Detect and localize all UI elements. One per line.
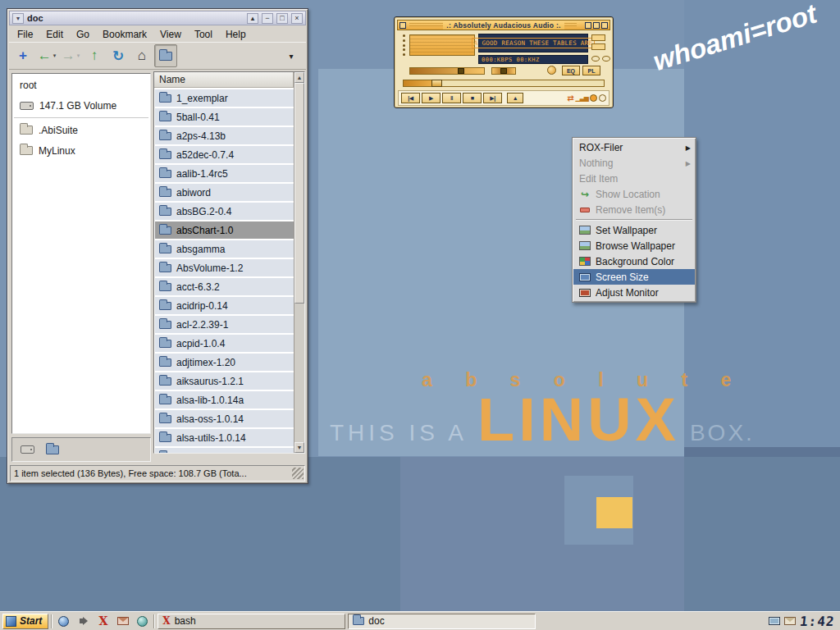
file-row[interactable]: alsa-lib-1.0.14a <box>155 391 294 409</box>
play-button[interactable]: ▶ <box>422 93 441 103</box>
position-slider[interactable] <box>403 80 605 87</box>
folder-icon[interactable] <box>46 445 59 454</box>
resize-grip[interactable] <box>292 468 304 479</box>
file-row-selected[interactable]: absChart-1.0 <box>155 221 294 239</box>
home-button[interactable]: ⌂ <box>130 44 153 67</box>
file-row[interactable]: alsa-oss-1.0.14 <box>155 410 294 427</box>
ctx-item-nothing[interactable]: Nothing ▶ <box>573 155 695 171</box>
ctx-item-screen-size[interactable]: Screen Size <box>573 269 695 285</box>
column-header-name[interactable]: Name <box>154 72 294 88</box>
ctx-item-show-location[interactable]: ↪ Show Location <box>573 186 695 202</box>
file-row[interactable]: AbsVolume-1.2 <box>155 259 294 276</box>
toolbar-overflow-button[interactable]: ▾ <box>281 44 304 67</box>
scroll-down-button[interactable]: ▼ <box>294 442 304 453</box>
ctx-item-rox-filer[interactable]: ROX-Filer ▶ <box>573 139 695 155</box>
drive-icon[interactable] <box>21 445 34 454</box>
file-row[interactable]: acpid-1.0.4 <box>155 335 294 352</box>
window-menu-button[interactable]: ▾ <box>12 13 24 24</box>
menu-edit[interactable]: Edit <box>39 27 70 42</box>
volume-launcher[interactable] <box>75 614 92 629</box>
player-menu-icon[interactable] <box>399 22 406 29</box>
file-row[interactable]: 1_exemplar <box>155 89 294 107</box>
clutter-bar[interactable] <box>400 34 407 56</box>
volume-thumb[interactable] <box>458 68 464 74</box>
playlist-button[interactable]: PL <box>582 66 600 75</box>
refresh-button[interactable]: ↻ <box>107 44 130 67</box>
menu-tool[interactable]: Tool <box>188 27 219 42</box>
display-icon[interactable] <box>769 617 780 625</box>
back-button[interactable]: ←▾ <box>35 44 58 67</box>
scrollbar-thumb[interactable] <box>294 83 304 304</box>
next-button[interactable]: ▶| <box>483 93 502 103</box>
player-shade-button[interactable] <box>593 22 600 29</box>
position-thumb[interactable] <box>431 80 442 87</box>
file-row[interactable]: adjtimex-1.20 <box>155 354 294 371</box>
sidebar-item-root[interactable]: root <box>12 75 150 94</box>
previous-button[interactable]: |◀ <box>401 93 420 103</box>
task-button-doc[interactable]: doc <box>348 614 536 629</box>
menu-file[interactable]: File <box>11 27 39 42</box>
menu-bookmark[interactable]: Bookmark <box>96 27 153 42</box>
ctx-item-set-wallpaper[interactable]: Set Wallpaper <box>573 222 695 238</box>
up-button[interactable]: ↑ <box>83 44 106 67</box>
player-minimize-button[interactable] <box>585 22 591 29</box>
file-row[interactable]: aiksaurus-1.2.1 <box>155 372 294 390</box>
stop-button[interactable]: ■ <box>463 93 482 103</box>
sidebar-item-abisuite[interactable]: .AbiSuite <box>12 121 150 139</box>
ctx-item-edit-item[interactable]: Edit Item <box>573 171 695 186</box>
equalizer-button[interactable]: EQ <box>562 66 580 75</box>
close-button[interactable]: × <box>291 13 303 24</box>
player-close-button[interactable] <box>601 22 608 29</box>
minimize-button[interactable]: − <box>262 13 273 24</box>
ctx-item-browse-wallpaper[interactable]: Browse Wallpaper <box>573 238 695 253</box>
scroll-up-button[interactable]: ▲ <box>294 72 304 83</box>
pause-button[interactable]: ‖ <box>442 93 461 103</box>
file-row[interactable]: acl-2.2.39-1 <box>155 316 294 333</box>
eject-button[interactable]: ▲ <box>507 93 523 103</box>
start-button[interactable]: Start <box>2 614 48 629</box>
ctx-item-background-color[interactable]: Background Color <box>573 253 695 269</box>
new-button[interactable]: + <box>11 44 34 67</box>
player-option-button[interactable] <box>591 43 605 50</box>
file-row[interactable]: acidrip-0.14 <box>155 297 294 314</box>
xterm-launcher[interactable]: X <box>94 614 112 629</box>
mail-icon[interactable] <box>784 617 796 625</box>
file-row-partial[interactable] <box>155 448 294 453</box>
file-row[interactable]: aalib-1.4rc5 <box>155 165 294 182</box>
file-row[interactable]: acct-6.3.2 <box>155 278 294 295</box>
file-row[interactable]: abiword <box>155 184 294 201</box>
file-row[interactable]: a52dec-0.7.4 <box>155 146 294 163</box>
repeat-led[interactable] <box>599 94 606 102</box>
balance-slider[interactable] <box>491 67 516 75</box>
file-row[interactable]: alsa-utils-1.0.14 <box>155 429 294 446</box>
title-bar[interactable]: ▾ doc ▴ − □ × <box>9 11 306 25</box>
file-row[interactable]: 5ball-0.41 <box>155 108 294 126</box>
shuffle-icon[interactable]: ⇄ <box>567 94 573 103</box>
menu-view[interactable]: View <box>153 27 188 42</box>
folder-view-button[interactable] <box>154 44 177 67</box>
mail-launcher[interactable] <box>114 614 131 629</box>
web-launcher[interactable] <box>134 614 151 629</box>
file-row[interactable]: absgamma <box>155 240 294 258</box>
sidebar-item-volume[interactable]: 147.1 GB Volume <box>12 96 150 115</box>
player-title-bar[interactable]: .: Absolutely Audacious Audio :. <box>397 20 610 30</box>
ctx-item-adjust-monitor[interactable]: Adjust Monitor <box>573 285 695 300</box>
player-knob[interactable] <box>547 66 556 75</box>
menu-help[interactable]: Help <box>219 27 253 42</box>
eq-bars-icon[interactable]: ▁▃▅ <box>576 94 588 102</box>
forward-button[interactable]: →▾ <box>59 44 82 67</box>
maximize-button[interactable]: □ <box>276 13 288 24</box>
player-option-button[interactable] <box>591 34 605 41</box>
sidebar-item-mylinux[interactable]: MyLinux <box>12 141 150 160</box>
volume-slider[interactable] <box>409 67 485 75</box>
file-row[interactable]: absBG.2-0.4 <box>155 203 294 220</box>
shuffle-led[interactable] <box>590 94 597 102</box>
task-button-bash[interactable]: X bash <box>158 614 345 629</box>
vertical-scrollbar[interactable]: ▲ ▼ <box>294 72 304 453</box>
file-row[interactable]: a2ps-4.13b <box>155 127 294 144</box>
shade-button[interactable]: ▴ <box>247 13 258 24</box>
browser-launcher[interactable] <box>55 614 72 629</box>
ctx-item-remove-items[interactable]: Remove Item(s) <box>573 202 695 217</box>
balance-thumb[interactable] <box>500 68 507 74</box>
menu-go[interactable]: Go <box>70 27 96 42</box>
